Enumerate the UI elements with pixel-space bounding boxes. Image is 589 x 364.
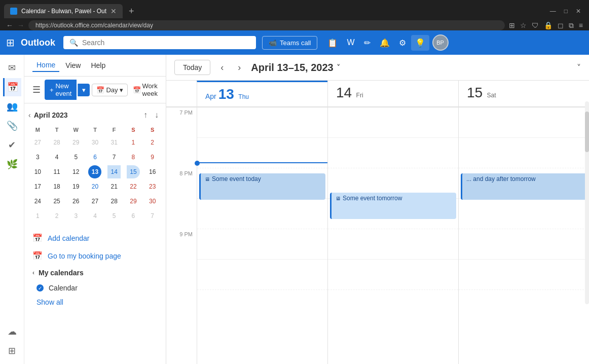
sidebar-item-attachments[interactable]: 📎: [3, 117, 21, 135]
mini-cal-day[interactable]: 4: [88, 209, 101, 223]
mini-cal-day[interactable]: 1: [31, 209, 44, 223]
close-icon[interactable]: ✕: [576, 8, 581, 15]
active-tab[interactable]: Calendar - Bulwan, Pawel - Out ✕: [4, 4, 123, 18]
mini-cal-day[interactable]: 25: [50, 195, 63, 208]
scrollbar[interactable]: [585, 101, 589, 304]
mini-cal-day[interactable]: 9: [146, 151, 159, 164]
mini-cal-day[interactable]: 1: [127, 136, 140, 149]
day-view-button[interactable]: 📅 Day ▾: [92, 84, 127, 96]
mini-cal-collapse-icon[interactable]: ‹: [28, 111, 31, 119]
new-event-button[interactable]: + New event: [45, 80, 77, 100]
forward-button[interactable]: →: [17, 21, 24, 29]
event-some-event-tomorrow[interactable]: 🖥 Some event tomorrow: [330, 193, 456, 219]
mini-cal-day[interactable]: 22: [127, 180, 140, 193]
scrollbar-thumb[interactable]: [585, 112, 589, 152]
cal-day-header-sat[interactable]: 15 Sat: [458, 81, 589, 106]
mini-cal-day[interactable]: 17: [31, 180, 44, 193]
tab-close-icon[interactable]: ✕: [111, 7, 117, 15]
star-icon[interactable]: ☆: [520, 21, 527, 30]
event-some-event-today[interactable]: 🖥 Some event today: [199, 173, 325, 200]
mini-cal-day[interactable]: 19: [69, 180, 83, 193]
week-button[interactable]: 📅 Week: [163, 84, 166, 96]
mini-cal-day[interactable]: 11: [50, 165, 63, 178]
mini-cal-day[interactable]: 30: [146, 195, 159, 208]
event-day-after-tomorrow[interactable]: ... and day after tomorrow: [461, 173, 587, 200]
sidebar-item-mail[interactable]: ✉: [3, 59, 21, 77]
mini-cal-day[interactable]: 6: [127, 209, 140, 223]
mini-cal-day[interactable]: 6: [88, 151, 101, 164]
mini-cal-day[interactable]: 27: [31, 136, 44, 149]
sidebar-item-apps[interactable]: ⊞: [3, 342, 21, 360]
menu-item-help[interactable]: Help: [87, 59, 109, 71]
mini-cal-day[interactable]: 12: [69, 165, 83, 178]
today-button[interactable]: Today: [174, 60, 210, 75]
add-calendar-link[interactable]: 📅 Add calendar: [24, 229, 166, 247]
work-week-button[interactable]: 📅 Work week: [129, 80, 162, 99]
new-event-dropdown[interactable]: ▾: [78, 84, 90, 96]
mini-cal-day[interactable]: 24: [31, 195, 44, 208]
back-button[interactable]: ←: [6, 21, 13, 29]
sidebar-item-onedrive[interactable]: ☁: [3, 322, 21, 341]
wallet-icon[interactable]: ◻: [558, 21, 564, 30]
mini-cal-today[interactable]: 13: [88, 165, 101, 178]
cal-prev-button[interactable]: ‹: [216, 60, 228, 75]
mini-cal-day[interactable]: 3: [69, 209, 83, 223]
mini-cal-day[interactable]: 29: [127, 195, 140, 208]
mini-cal-day[interactable]: 18: [50, 180, 63, 193]
search-input[interactable]: [82, 39, 250, 47]
app-grid-button[interactable]: ⊞: [6, 37, 15, 49]
mini-cal-day[interactable]: 5: [69, 151, 83, 164]
mini-cal-range-end[interactable]: 15: [127, 165, 140, 178]
mini-cal-day[interactable]: 10: [31, 165, 44, 178]
mini-cal-title[interactable]: April 2023: [34, 111, 68, 119]
mini-cal-day[interactable]: 27: [88, 195, 101, 208]
cal-date-title[interactable]: April 13–15, 2023 ˅: [251, 62, 340, 74]
sidebar-item-viva[interactable]: 🌿: [3, 155, 21, 173]
feedback-icon[interactable]: ✏: [360, 35, 375, 51]
mini-cal-day[interactable]: 16: [146, 165, 159, 178]
mini-cal-day[interactable]: 4: [50, 151, 63, 164]
mini-cal-day[interactable]: 20: [88, 180, 101, 193]
avatar[interactable]: BP: [432, 34, 449, 51]
mini-cal-day[interactable]: 8: [127, 151, 140, 164]
new-tab-button[interactable]: +: [125, 5, 138, 18]
cal-next-button[interactable]: ›: [234, 60, 245, 75]
mini-cal-day[interactable]: 26: [69, 195, 83, 208]
teams-call-button[interactable]: 📹 Teams call: [262, 36, 317, 50]
lock-icon[interactable]: 🔒: [544, 21, 553, 30]
sidebar-item-calendar[interactable]: 📅: [3, 78, 21, 96]
mini-cal-day[interactable]: 2: [50, 209, 63, 223]
mini-cal-day[interactable]: 2: [146, 136, 159, 149]
menu-icon[interactable]: ≡: [579, 21, 583, 30]
shield-icon[interactable]: 🛡: [532, 21, 539, 30]
mini-cal-next-button[interactable]: ↓: [152, 110, 162, 121]
grid-icon[interactable]: ⊞: [509, 21, 515, 30]
menu-item-view[interactable]: View: [61, 59, 85, 71]
menu-item-home[interactable]: Home: [32, 59, 59, 72]
minimize-icon[interactable]: —: [550, 8, 556, 15]
settings-icon[interactable]: ⚙: [395, 35, 410, 51]
extensions-icon[interactable]: ⧉: [569, 21, 574, 30]
booking-page-link[interactable]: 📅 Go to my booking page: [24, 247, 166, 265]
mini-cal-day[interactable]: 23: [146, 180, 159, 193]
calendar-item-calendar[interactable]: ✓ Calendar: [24, 281, 166, 295]
show-all-link[interactable]: Show all: [24, 295, 166, 309]
mini-cal-day[interactable]: 21: [107, 180, 121, 193]
sidebar-item-people[interactable]: 👥: [3, 97, 21, 116]
help-icon[interactable]: 💡: [411, 35, 429, 51]
mini-cal-day[interactable]: 28: [50, 136, 63, 149]
mini-cal-day[interactable]: 29: [69, 136, 83, 149]
address-bar[interactable]: https://outlook.office.com/calendar/view…: [28, 20, 505, 30]
mini-cal-day[interactable]: 30: [88, 136, 101, 149]
mini-cal-day[interactable]: 28: [107, 195, 121, 208]
mini-cal-day[interactable]: 7: [146, 209, 159, 223]
my-calendars-section-header[interactable]: ‹ My calendars: [24, 265, 166, 281]
collapse-button[interactable]: ☰: [29, 82, 44, 97]
mini-cal-day[interactable]: 3: [31, 151, 44, 164]
whiteboard-icon[interactable]: 📋: [323, 35, 342, 51]
mini-cal-prev-button[interactable]: ↑: [140, 110, 151, 121]
cal-day-header-thu[interactable]: Apr 13 Thu: [197, 81, 327, 106]
sidebar-item-tasks[interactable]: ✔: [3, 136, 21, 154]
mini-cal-day[interactable]: 5: [107, 209, 121, 223]
word-icon[interactable]: W: [343, 35, 358, 50]
